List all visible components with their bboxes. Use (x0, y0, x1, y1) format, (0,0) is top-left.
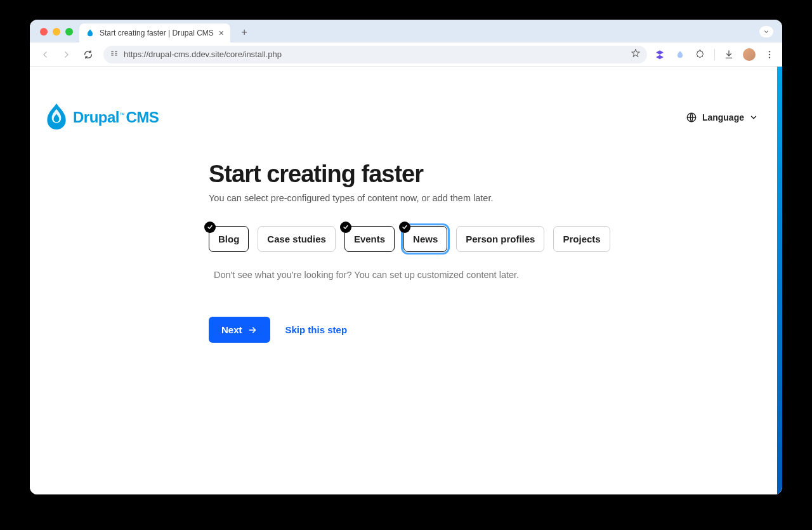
language-label: Language (702, 112, 744, 123)
bookmark-star-icon[interactable] (631, 48, 641, 60)
toolbar-separator (714, 49, 715, 60)
extensions-puzzle-icon[interactable] (694, 48, 707, 61)
tab-strip: Start creating faster | Drupal CMS × + (30, 20, 782, 43)
svg-point-7 (769, 53, 770, 55)
new-tab-button[interactable]: + (237, 25, 252, 40)
reload-button[interactable] (79, 46, 97, 63)
chip-label: Person profiles (466, 234, 535, 244)
tab-title: Start creating faster | Drupal CMS (100, 29, 214, 37)
svg-rect-0 (111, 51, 114, 52)
chip-label: News (413, 234, 438, 244)
menu-kebab-icon[interactable] (763, 48, 776, 61)
svg-point-8 (769, 56, 770, 58)
logo-wordmark: Drupal™CMS (73, 109, 159, 126)
chip-label: Projects (563, 234, 600, 244)
content-type-chip[interactable]: Blog (209, 226, 249, 252)
next-button[interactable]: Next (209, 317, 270, 343)
maximize-window-button[interactable] (65, 28, 73, 36)
next-button-label: Next (221, 324, 242, 335)
skip-step-link[interactable]: Skip this step (285, 324, 348, 335)
svg-rect-5 (115, 55, 117, 55)
checkmark-icon (399, 222, 410, 233)
chip-label: Case studies (267, 234, 326, 244)
forward-button[interactable] (58, 46, 75, 63)
page-subtitle: You can select pre-configured types of c… (209, 193, 691, 203)
language-selector[interactable]: Language (686, 112, 767, 123)
content-type-chip[interactable]: Person profiles (456, 226, 544, 252)
page-header: Drupal™CMS Language (43, 103, 769, 131)
drupal-drop-icon (45, 103, 68, 131)
browser-tab[interactable]: Start creating faster | Drupal CMS × (79, 23, 230, 43)
decorative-side-bar (777, 67, 782, 494)
profile-avatar[interactable] (743, 48, 756, 61)
svg-rect-3 (115, 51, 117, 52)
chevron-down-icon (749, 113, 758, 122)
svg-point-6 (769, 51, 770, 52)
minimize-window-button[interactable] (53, 28, 60, 36)
drupal-favicon-icon (86, 29, 95, 37)
svg-rect-4 (115, 53, 117, 53)
content-type-options: BlogCase studiesEventsNewsPerson profile… (209, 226, 691, 252)
content-type-chip[interactable]: News (403, 226, 447, 252)
checkmark-icon (340, 222, 351, 233)
actions-row: Next Skip this step (209, 317, 691, 343)
extension-icon[interactable] (653, 48, 666, 61)
address-bar[interactable]: https://drupal-cms.ddev.site/core/instal… (103, 46, 647, 63)
main-content: Start creating faster You can select pre… (209, 161, 691, 343)
arrow-right-icon (247, 325, 258, 335)
close-tab-icon[interactable]: × (219, 29, 224, 37)
tab-overflow-button[interactable] (759, 26, 773, 37)
svg-rect-2 (111, 55, 114, 55)
checkmark-icon (204, 222, 216, 233)
extension-icon-2[interactable] (674, 48, 686, 61)
content-type-chip[interactable]: Case studies (258, 226, 336, 252)
toolbar-icons (653, 48, 776, 61)
svg-rect-1 (111, 53, 114, 53)
drupal-cms-logo: Drupal™CMS (45, 103, 159, 131)
help-text: Don't see what you're looking for? You c… (214, 270, 691, 280)
globe-icon (686, 112, 697, 123)
browser-window: Start creating faster | Drupal CMS × + h… (30, 20, 782, 494)
chip-label: Blog (218, 234, 239, 244)
downloads-icon[interactable] (723, 48, 735, 61)
chip-label: Events (354, 234, 385, 244)
close-window-button[interactable] (40, 28, 48, 36)
back-button[interactable] (36, 46, 54, 63)
content-type-chip[interactable]: Events (344, 226, 395, 252)
site-settings-icon[interactable] (110, 49, 119, 60)
page-content: Drupal™CMS Language Start creating faste… (30, 67, 782, 494)
toolbar: https://drupal-cms.ddev.site/core/instal… (30, 43, 782, 67)
url-text: https://drupal-cms.ddev.site/core/instal… (124, 50, 625, 59)
page-title: Start creating faster (209, 161, 691, 188)
content-type-chip[interactable]: Projects (553, 226, 610, 252)
window-controls (40, 28, 73, 36)
